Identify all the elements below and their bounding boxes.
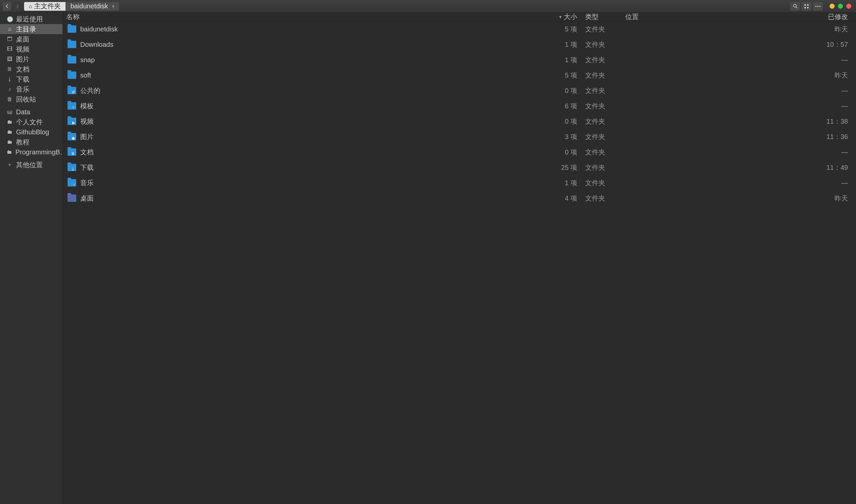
- file-modified: 昨天: [809, 194, 856, 203]
- view-grid-button[interactable]: [802, 2, 812, 11]
- folder-icon: [68, 25, 76, 33]
- sidebar-item2-2[interactable]: 🖿GithubBlog: [0, 127, 63, 137]
- file-modified: —: [809, 179, 856, 187]
- folder-glyph-icon: ▣: [72, 137, 75, 140]
- column-header: 名称 ▼大小 类型 位置 已修改: [63, 13, 856, 21]
- sidebar-item-3[interactable]: 🎞视频: [0, 44, 63, 54]
- file-type: 文件夹: [582, 71, 622, 80]
- file-row[interactable]: baidunetdisk5 项文件夹昨天: [63, 21, 856, 37]
- sidebar-item-label: 其他位置: [16, 160, 43, 169]
- folder-icon: [68, 41, 76, 48]
- file-size: 1 项: [542, 40, 582, 49]
- sidebar-item-label: 下载: [16, 75, 30, 84]
- breadcrumb-home-label: 主文件夹: [34, 2, 61, 11]
- column-size-label: 大小: [564, 12, 577, 21]
- file-row[interactable]: 🗎文档0 项文件夹—: [63, 144, 856, 160]
- breadcrumb-child[interactable]: baidunetdisk: [66, 2, 119, 11]
- file-row[interactable]: snap1 项文件夹—: [63, 52, 856, 68]
- nav-forward-button[interactable]: [13, 2, 21, 11]
- file-size: 25 项: [542, 163, 582, 172]
- folder-icon: [68, 72, 76, 79]
- file-type: 文件夹: [582, 194, 622, 203]
- file-row[interactable]: ✧模板6 项文件夹—: [63, 98, 856, 114]
- main-panel: 名称 ▼大小 类型 位置 已修改 baidunetdisk5 项文件夹昨天Dow…: [63, 13, 856, 504]
- file-row[interactable]: ♪音乐1 项文件夹—: [63, 175, 856, 191]
- breadcrumb: ⌂ 主文件夹 baidunetdisk: [24, 2, 119, 11]
- column-location[interactable]: 位置: [622, 12, 809, 21]
- breadcrumb-home[interactable]: ⌂ 主文件夹: [24, 2, 66, 11]
- file-row[interactable]: ▣图片3 项文件夹11：36: [63, 129, 856, 144]
- sidebar-item-6[interactable]: ⭳下载: [0, 74, 63, 84]
- sidebar-item-2[interactable]: 🗔桌面: [0, 34, 63, 44]
- folder-icon: [68, 195, 76, 202]
- file-row[interactable]: ⭳下载25 项文件夹11：49: [63, 160, 856, 175]
- file-size: 1 项: [542, 55, 582, 65]
- file-type: 文件夹: [582, 179, 622, 187]
- file-modified: 11：38: [809, 117, 856, 126]
- window-controls: [830, 4, 851, 9]
- column-size[interactable]: ▼大小: [542, 12, 582, 21]
- window-close-button[interactable]: [846, 4, 851, 9]
- svg-point-7: [817, 6, 818, 7]
- sidebar-item-label: 文档: [16, 65, 30, 74]
- file-size: 0 项: [542, 86, 582, 95]
- sidebar-icon: ♪: [7, 86, 13, 92]
- file-modified: —: [809, 87, 856, 94]
- window-maximize-button[interactable]: [838, 4, 843, 9]
- search-button[interactable]: [790, 2, 800, 11]
- column-name-label: 名称: [66, 12, 79, 21]
- column-modified[interactable]: 已修改: [809, 12, 856, 21]
- file-row[interactable]: ⇄公共的0 项文件夹—: [63, 83, 856, 98]
- sidebar-item-1[interactable]: ⌂主目录: [0, 24, 63, 34]
- svg-line-1: [796, 7, 797, 8]
- folder-icon: ⇄: [68, 87, 76, 94]
- folder-glyph-icon: ▶: [72, 121, 75, 125]
- file-name: 公共的: [80, 86, 100, 95]
- sidebar-item2-0[interactable]: 🖴Data: [0, 107, 63, 117]
- file-name: Downloads: [80, 41, 113, 49]
- file-type: 文件夹: [582, 117, 622, 126]
- sidebar-item-label: 个人文件: [16, 118, 43, 127]
- nav-back-button[interactable]: [3, 2, 11, 11]
- folder-icon: [68, 56, 76, 64]
- sidebar-item-0[interactable]: 🕘最近使用: [0, 14, 63, 24]
- sidebar-item-label: 音乐: [16, 85, 30, 94]
- column-type[interactable]: 类型: [582, 12, 622, 21]
- column-name[interactable]: 名称: [63, 12, 542, 21]
- file-row[interactable]: 桌面4 项文件夹昨天: [63, 191, 856, 206]
- sidebar-item-7[interactable]: ♪音乐: [0, 84, 63, 94]
- file-size: 6 项: [542, 102, 582, 111]
- toolbar-actions: [790, 2, 823, 11]
- sidebar-other-locations[interactable]: +其他位置: [0, 160, 63, 170]
- folder-icon: ♪: [68, 179, 76, 186]
- sidebar-item-label: 视频: [16, 45, 30, 54]
- file-size: 1 项: [542, 179, 582, 187]
- sidebar-item2-4[interactable]: 🖿ProgrammingB…: [0, 147, 63, 157]
- file-type: 文件夹: [582, 102, 622, 111]
- file-size: 4 项: [542, 194, 582, 203]
- svg-point-6: [815, 6, 816, 7]
- sidebar-item-4[interactable]: 🖼图片: [0, 54, 63, 64]
- menu-button[interactable]: [813, 2, 823, 11]
- sidebar-item-5[interactable]: 🗎文档: [0, 64, 63, 74]
- file-type: 文件夹: [582, 163, 622, 172]
- file-row[interactable]: Downloads1 项文件夹10：57: [63, 37, 856, 52]
- folder-icon: ▶: [68, 118, 76, 125]
- file-name: 图片: [80, 132, 94, 141]
- sidebar-item2-1[interactable]: 🖿个人文件: [0, 117, 63, 127]
- sidebar-item2-3[interactable]: 🖿教程: [0, 137, 63, 147]
- sidebar-item-8[interactable]: 🗑回收站: [0, 94, 63, 104]
- file-modified: 10：57: [809, 40, 856, 49]
- folder-glyph-icon: 🗎: [71, 152, 75, 156]
- file-row[interactable]: soft5 项文件夹昨天: [63, 68, 856, 83]
- file-row[interactable]: ▶视频0 项文件夹11：38: [63, 114, 856, 129]
- svg-rect-3: [807, 4, 808, 6]
- window-minimize-button[interactable]: [830, 4, 835, 9]
- sidebar-icon: 🗑: [7, 96, 13, 102]
- svg-point-8: [819, 6, 820, 7]
- file-type: 文件夹: [582, 148, 622, 157]
- file-size: 3 项: [542, 132, 582, 141]
- sidebar: 🕘最近使用⌂主目录🗔桌面🎞视频🖼图片🗎文档⭳下载♪音乐🗑回收站🖴Data🖿个人文…: [0, 13, 63, 504]
- sidebar-item-label: 图片: [16, 55, 30, 64]
- svg-rect-2: [804, 4, 806, 6]
